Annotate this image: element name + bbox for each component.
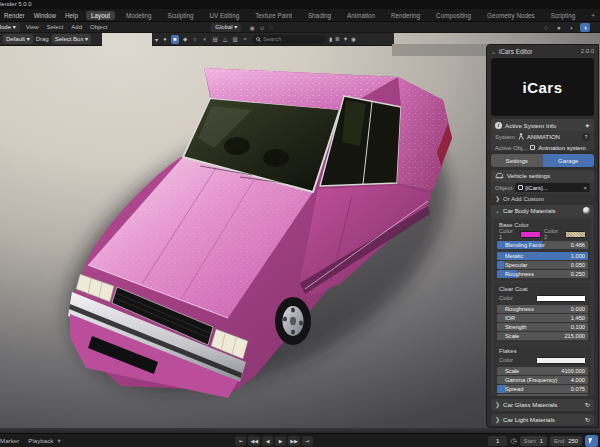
- object-type-icon[interactable]: ■: [171, 35, 179, 44]
- color1-swatch[interactable]: [520, 231, 541, 238]
- add-custom-toggle[interactable]: ❯ Or Add Custom: [491, 194, 594, 202]
- filter-icon[interactable]: ◉: [351, 36, 356, 42]
- clear-coat-color-swatch[interactable]: [536, 295, 586, 302]
- timeline-menu-item[interactable]: Playback: [28, 437, 53, 444]
- value-slider[interactable]: IOR 1.450: [497, 314, 588, 322]
- value-slider[interactable]: Gamma (Frequency) 4.000: [497, 376, 588, 384]
- value-slider[interactable]: Distance Visibility 2.000: [497, 394, 588, 396]
- shading-mode-icon[interactable]: ◐: [567, 23, 577, 32]
- viewport-3d[interactable]: Object Mode ▾ ViewSelectAddObject Global…: [0, 22, 600, 428]
- orientation-dropdown[interactable]: Global ▾: [211, 23, 241, 32]
- tool-dropdown[interactable]: Default ▾: [3, 34, 33, 44]
- playback-button[interactable]: ⇥: [302, 436, 313, 446]
- base-color-section: Base Color Color 1 Color 2 Blending Fact…: [494, 219, 591, 281]
- search-input[interactable]: [263, 36, 321, 42]
- object-type-icon[interactable]: ○: [191, 35, 199, 44]
- car-glass-materials-header[interactable]: ❯ Car Glass Materials ↻: [491, 399, 594, 410]
- workspace-tab[interactable]: Sculpting: [162, 11, 198, 20]
- viewport-menu-item[interactable]: Add: [71, 24, 82, 30]
- icars-editor-panel: ⌄ iCars Editor 2.0.0 iCars i Active Syst…: [486, 44, 599, 428]
- workspace-tab[interactable]: Compositing: [431, 11, 476, 20]
- car-body-materials-header[interactable]: ⌄ Car Body Materials: [491, 205, 594, 217]
- object-type-icon[interactable]: △: [221, 35, 229, 44]
- playback-button[interactable]: ▶: [275, 436, 286, 446]
- menu-item[interactable]: Help: [65, 12, 78, 19]
- menu-item[interactable]: Window: [34, 12, 56, 19]
- playback-button[interactable]: ◀: [262, 436, 273, 446]
- clear-icon[interactable]: ×: [583, 185, 587, 191]
- value-slider[interactable]: Roughness 0.250: [497, 270, 588, 278]
- blending-factor-slider[interactable]: Blending Factor 0.486: [497, 241, 588, 249]
- header-icon[interactable]: ◉: [249, 24, 254, 31]
- filter-icon[interactable]: ▮: [329, 36, 332, 42]
- frame-start-field[interactable]: Start 1: [520, 436, 547, 446]
- color2-swatch[interactable]: [565, 231, 586, 238]
- workspace-tab[interactable]: Scripting: [546, 11, 581, 20]
- workspace-tab[interactable]: Layout: [86, 11, 115, 20]
- mode-dropdown[interactable]: Object Mode ▾: [0, 23, 20, 32]
- object-selector[interactable]: [iCars]... ×: [515, 183, 590, 192]
- value-slider[interactable]: Specular 0.050: [497, 261, 588, 269]
- shading-mode-icon[interactable]: ●: [554, 23, 564, 32]
- value-slider[interactable]: Roughness 0.000: [497, 305, 588, 313]
- playback-controls: ⇤◀◀◀▶▶▶⇥: [235, 436, 312, 446]
- viewport-menu-item[interactable]: Select: [47, 24, 64, 30]
- header-icon[interactable]: ◌: [269, 24, 273, 31]
- value-slider[interactable]: Scale 4100.000: [497, 367, 588, 375]
- value-slider[interactable]: Strength 0.100: [497, 323, 588, 331]
- viewport-menu-item[interactable]: View: [26, 24, 39, 30]
- filter-icon[interactable]: ≣: [335, 36, 340, 42]
- workspace-tab[interactable]: Rendering: [386, 11, 425, 20]
- object-type-icon[interactable]: ●: [161, 35, 169, 44]
- timeline-menu-item[interactable]: Marker: [0, 437, 19, 444]
- menu-item[interactable]: Render: [4, 12, 25, 19]
- shading-mode-icon[interactable]: ○: [541, 23, 551, 32]
- workspace-tab[interactable]: +: [586, 11, 600, 20]
- filter-group: ▮≣▼◉: [329, 36, 356, 42]
- shading-mode-icon[interactable]: ◑: [580, 23, 590, 32]
- select-box-dropdown[interactable]: Select Box ▾: [52, 34, 91, 44]
- value-slider[interactable]: Spread 0.075: [497, 385, 588, 393]
- viewport-menu-item[interactable]: Object: [90, 24, 107, 30]
- version-label: 2.0.0: [581, 48, 594, 54]
- object-type-icon[interactable]: ▤: [211, 35, 219, 44]
- object-type-icon[interactable]: ≈: [241, 35, 249, 44]
- interior-seat: [224, 137, 250, 155]
- filter-icon[interactable]: ▼: [343, 36, 348, 42]
- vehicle-settings-block: Vehicle settings Object [iCars]... × ❯ O…: [491, 170, 594, 202]
- workspace-tab[interactable]: Modeling: [121, 11, 157, 20]
- tab-settings[interactable]: Settings: [491, 154, 543, 166]
- current-frame-field[interactable]: 1: [488, 436, 507, 446]
- tab-garage[interactable]: Garage: [543, 154, 595, 166]
- value-slider[interactable]: Scale 215.000: [497, 332, 588, 340]
- material-sphere-icon: [583, 207, 590, 214]
- object-type-icon[interactable]: ◐: [201, 35, 209, 44]
- workspace-tab[interactable]: Animation: [342, 11, 380, 20]
- pin-icon[interactable]: ✦: [585, 122, 590, 129]
- object-type-icon[interactable]: ◆: [181, 35, 189, 44]
- playback-button[interactable]: ⇤: [235, 436, 246, 446]
- header-icon[interactable]: ∪: [260, 24, 264, 31]
- refresh-icon[interactable]: ↻: [585, 416, 590, 423]
- panel-header[interactable]: ⌄ iCars Editor 2.0.0: [487, 45, 598, 57]
- refresh-icon[interactable]: ↻: [585, 401, 590, 408]
- playback-button[interactable]: ◀◀: [248, 436, 260, 446]
- workspace-tab[interactable]: Geometry Nodes: [482, 11, 540, 20]
- chevron-right-icon: ❯: [495, 416, 500, 423]
- frame-end-field[interactable]: End 250: [550, 436, 582, 446]
- chevron-down-icon[interactable]: ▾: [155, 36, 158, 43]
- collapse-icon[interactable]: ⌄: [491, 48, 496, 55]
- workspace-tab[interactable]: Texture Paint: [250, 11, 297, 20]
- car-render[interactable]: [0, 46, 486, 428]
- playback-button[interactable]: ▶▶: [288, 436, 300, 446]
- workspace-tab[interactable]: UV Editing: [204, 11, 244, 20]
- car-light-materials-header[interactable]: ❯ Car Light Materials ↻: [491, 414, 594, 425]
- snap-group: ◉∪◌: [249, 24, 272, 31]
- flakes-color-swatch[interactable]: [536, 357, 586, 364]
- search-field[interactable]: [252, 35, 326, 44]
- workspace-tab[interactable]: Shading: [303, 11, 336, 20]
- object-type-icon[interactable]: ▥: [231, 35, 239, 44]
- chevron-down-icon: ▾: [234, 24, 237, 30]
- value-slider[interactable]: Metalic 1.000: [497, 252, 588, 260]
- help-icon[interactable]: ?: [582, 133, 590, 141]
